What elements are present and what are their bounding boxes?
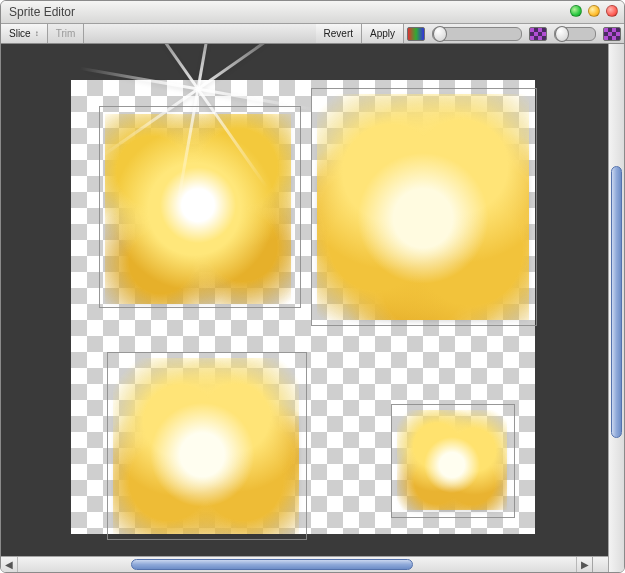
scroll-right-icon[interactable]: ▶ <box>576 557 593 572</box>
vscroll-track[interactable] <box>611 46 622 556</box>
sprite-editor-window: Sprite Editor Slice ↕ Trim Revert Apply <box>0 0 625 573</box>
window-title: Sprite Editor <box>9 5 75 19</box>
vscroll-thumb[interactable] <box>611 166 622 438</box>
dropdown-arrows-icon: ↕ <box>35 30 39 38</box>
horizontal-scrollbar[interactable]: ◀ ▶ <box>1 556 608 572</box>
apply-button[interactable]: Apply <box>362 24 404 43</box>
vertical-scrollbar[interactable] <box>608 44 624 572</box>
title-bar: Sprite Editor <box>1 1 624 24</box>
revert-button[interactable]: Revert <box>316 24 362 43</box>
apply-label: Apply <box>370 28 395 39</box>
content-area: ◀ ▶ <box>1 44 624 572</box>
toolbar-spacer <box>84 24 315 43</box>
viewport-wrap: ◀ ▶ <box>1 44 608 572</box>
close-icon[interactable] <box>606 5 618 17</box>
zoom-icon[interactable] <box>588 5 600 17</box>
trim-label: Trim <box>56 28 76 39</box>
mipmap-slider-thumb[interactable] <box>555 26 569 42</box>
sprite-slice-rect[interactable] <box>311 88 537 326</box>
scroll-left-icon[interactable]: ◀ <box>1 557 18 572</box>
hscroll-thumb[interactable] <box>131 559 413 570</box>
sprite-slice-rect[interactable] <box>107 352 307 540</box>
mipmap-swatch-b-icon[interactable] <box>603 27 621 41</box>
viewport[interactable] <box>1 44 608 556</box>
sprite-sheet-canvas[interactable] <box>71 80 535 534</box>
rgb-channel-toggle-icon[interactable] <box>407 27 425 41</box>
alpha-slider-thumb[interactable] <box>433 26 447 42</box>
toolbar: Slice ↕ Trim Revert Apply <box>1 24 624 44</box>
sprite-slice-rect[interactable] <box>99 106 301 308</box>
minimize-icon[interactable] <box>570 5 582 17</box>
slice-label: Slice <box>9 28 31 39</box>
alpha-slider[interactable] <box>432 27 522 41</box>
revert-label: Revert <box>324 28 353 39</box>
slice-dropdown-button[interactable]: Slice ↕ <box>1 24 48 43</box>
trim-button: Trim <box>48 24 85 43</box>
window-controls <box>570 5 618 17</box>
mipmap-slider[interactable] <box>554 27 596 41</box>
mipmap-swatch-a-icon[interactable] <box>529 27 547 41</box>
sprite-slice-rect[interactable] <box>391 404 515 518</box>
scrollbar-corner <box>592 557 608 572</box>
